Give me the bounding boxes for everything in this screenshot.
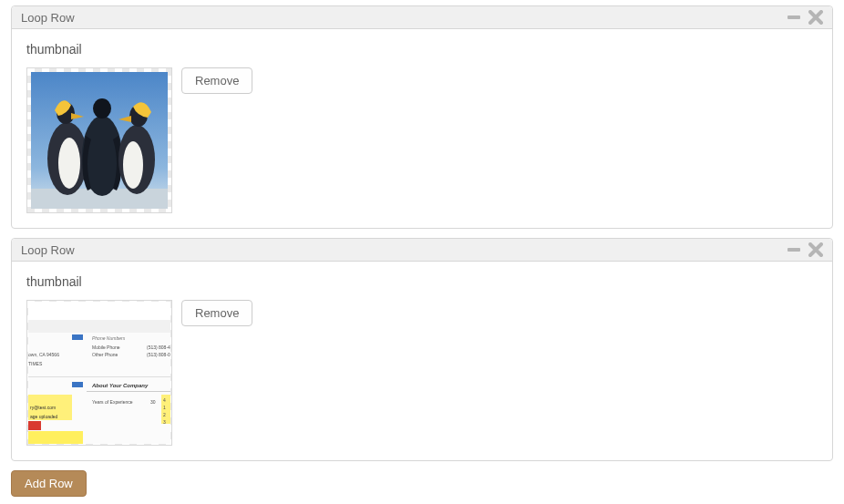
panel-actions bbox=[787, 10, 823, 25]
field-row: Phone Numbers Mobile Phone (513) 808-422… bbox=[26, 300, 818, 446]
field-label: thumbnail bbox=[26, 42, 818, 57]
field-row: Remove bbox=[26, 67, 818, 213]
svg-text:own, CA 94566: own, CA 94566 bbox=[28, 352, 59, 357]
svg-text:(513) 808-4222: (513) 808-4222 bbox=[147, 345, 170, 350]
svg-text:30: 30 bbox=[150, 399, 156, 405]
panel-header: Loop Row bbox=[12, 239, 832, 262]
svg-point-7 bbox=[93, 98, 111, 118]
svg-rect-26 bbox=[87, 391, 170, 392]
svg-rect-11 bbox=[787, 248, 800, 252]
svg-text:Years of Experience: Years of Experience bbox=[92, 399, 133, 405]
panel-header: Loop Row bbox=[12, 6, 832, 29]
svg-text:Other Phone: Other Phone bbox=[92, 352, 118, 357]
svg-rect-24 bbox=[72, 382, 83, 387]
remove-button[interactable]: Remove bbox=[181, 67, 252, 94]
minimize-icon[interactable] bbox=[787, 242, 801, 257]
svg-rect-30 bbox=[28, 421, 41, 430]
close-icon[interactable] bbox=[808, 10, 823, 25]
svg-text:(513) 808-0032: (513) 808-0032 bbox=[147, 352, 170, 357]
svg-text:age uploaded: age uploaded bbox=[30, 414, 58, 419]
svg-text:Phone Numbers: Phone Numbers bbox=[92, 335, 126, 341]
loop-row-panel: Loop Row thumbnail bbox=[11, 5, 833, 229]
add-row-button[interactable]: Add Row bbox=[11, 470, 87, 497]
svg-text:4: 4 bbox=[163, 397, 166, 403]
panel-title: Loop Row bbox=[21, 11, 75, 25]
svg-text:3: 3 bbox=[163, 419, 166, 425]
loop-row-panel: Loop Row thumbnail bbox=[11, 238, 833, 461]
svg-rect-15 bbox=[72, 334, 83, 340]
svg-point-9 bbox=[123, 141, 143, 189]
svg-rect-13 bbox=[28, 302, 170, 320]
minimize-icon[interactable] bbox=[787, 10, 801, 25]
svg-rect-14 bbox=[28, 320, 170, 333]
svg-text:1: 1 bbox=[163, 405, 166, 410]
panel-body: thumbnail Phone Numbers Mobile Phone (51… bbox=[12, 262, 832, 460]
svg-text:ry@test.com: ry@test.com bbox=[30, 405, 56, 410]
add-row-wrap: Add Row bbox=[11, 470, 833, 497]
svg-point-4 bbox=[58, 138, 80, 189]
svg-text:Mobile Phone: Mobile Phone bbox=[92, 345, 120, 350]
svg-rect-0 bbox=[787, 15, 800, 19]
panel-body: thumbnail bbox=[12, 29, 832, 228]
svg-rect-23 bbox=[28, 376, 170, 377]
close-icon[interactable] bbox=[808, 242, 823, 257]
svg-rect-31 bbox=[28, 431, 83, 444]
panel-title: Loop Row bbox=[21, 243, 75, 257]
svg-text:TIMES: TIMES bbox=[28, 361, 43, 366]
remove-button[interactable]: Remove bbox=[181, 300, 252, 326]
thumbnail-preview[interactable]: Phone Numbers Mobile Phone (513) 808-422… bbox=[26, 300, 172, 446]
svg-text:About Your Company: About Your Company bbox=[91, 383, 149, 388]
thumbnail-preview[interactable] bbox=[26, 67, 172, 213]
svg-text:2: 2 bbox=[163, 412, 166, 417]
panel-actions bbox=[787, 242, 823, 257]
field-label: thumbnail bbox=[26, 274, 818, 289]
